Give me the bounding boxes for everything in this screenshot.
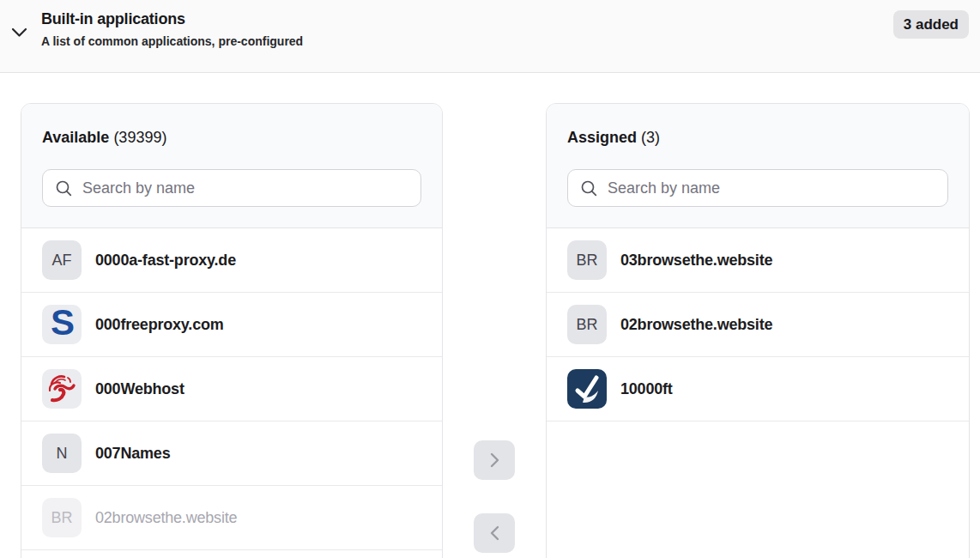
app-name: 0000a-fast-proxy.de [95, 252, 236, 270]
app-initials-avatar: BR [567, 240, 607, 280]
app-name: 000Webhost [95, 380, 185, 398]
added-count-badge: 3 added [893, 10, 969, 39]
panel-title-text: Assigned [567, 129, 637, 146]
app-initials-avatar: N [42, 434, 82, 473]
page-subtitle: A list of common applications, pre-confi… [41, 34, 303, 48]
dual-list-transfer: Available(39399) AF 0000a-fast-proxy.de … [0, 73, 980, 558]
panel-count-text: (3) [641, 129, 660, 146]
app-name: 000freeproxy.com [95, 316, 224, 334]
assigned-panel-header: Assigned(3) [547, 104, 969, 228]
assigned-search-input[interactable] [608, 179, 935, 197]
chevron-down-icon [11, 27, 27, 38]
app-name: 03browsethe.website [620, 252, 772, 270]
assigned-search-box [567, 169, 948, 207]
logo-letter: S [51, 305, 73, 341]
list-item[interactable]: 10000ft [547, 357, 969, 422]
available-panel: Available(39399) AF 0000a-fast-proxy.de … [21, 103, 443, 558]
available-search-box [42, 169, 421, 207]
available-panel-title: Available(39399) [42, 129, 421, 147]
move-to-available-button[interactable] [474, 513, 515, 553]
list-item[interactable]: AF 0000a-fast-proxy.de [21, 228, 442, 293]
app-name: 007Names [95, 445, 170, 463]
assigned-panel-title: Assigned(3) [567, 129, 948, 147]
list-item[interactable]: BR 02browsethe.website [547, 293, 969, 357]
panel-count-text: (39399) [113, 129, 166, 146]
available-search-input[interactable] [82, 179, 408, 197]
app-initials-avatar: BR [42, 498, 82, 537]
app-name: 02browsethe.website [620, 316, 772, 334]
app-initials-avatar: AF [42, 240, 82, 280]
list-item-disabled: BR 02browsethe.website [21, 486, 442, 550]
transfer-controls [443, 73, 546, 558]
app-name: 02browsethe.website [95, 509, 237, 527]
collapse-section-button[interactable] [9, 22, 29, 43]
magnifier-icon [580, 179, 598, 197]
list-item[interactable]: N 007Names [21, 422, 442, 486]
page-title: Built-in applications [41, 10, 303, 28]
app-name: 10000ft [620, 380, 673, 398]
list-item[interactable]: S 000freeproxy.com [21, 293, 442, 357]
move-to-assigned-button[interactable] [474, 440, 515, 480]
section-header: Built-in applications A list of common a… [0, 0, 980, 73]
app-initials-avatar: BR [567, 305, 607, 344]
blue-s-logo: S [42, 305, 82, 344]
available-panel-header: Available(39399) [21, 104, 442, 228]
magnifier-icon [55, 179, 73, 197]
chevron-left-icon [490, 525, 499, 541]
list-item[interactable]: 000Webhost [21, 357, 442, 422]
panel-title-text: Available [42, 129, 109, 146]
list-item[interactable]: BR 03browsethe.website [547, 228, 969, 293]
chevron-right-icon [490, 452, 499, 468]
red-swirl-logo [42, 369, 82, 409]
navy-check-logo [567, 369, 607, 409]
assigned-panel: Assigned(3) BR 03browsethe.website BR 02… [546, 103, 970, 558]
